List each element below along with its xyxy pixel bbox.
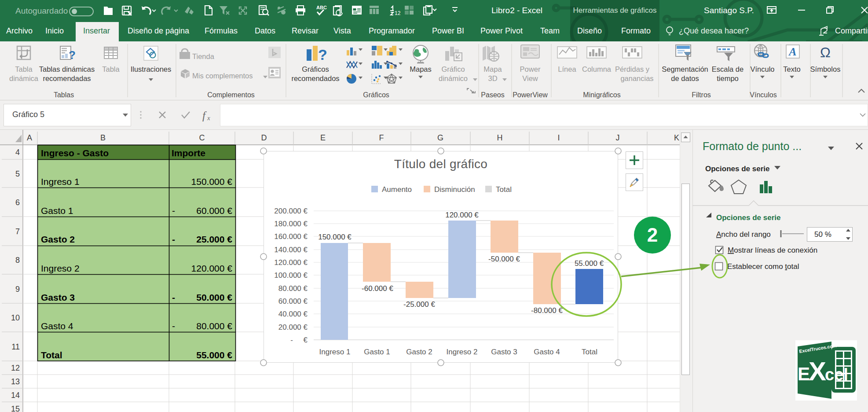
svg-text:8: 8 xyxy=(15,256,20,265)
svg-text:Ingreso - Gasto: Ingreso - Gasto xyxy=(41,148,109,158)
svg-text:7: 7 xyxy=(15,227,20,236)
svg-text:Tienda: Tienda xyxy=(192,52,215,60)
svg-text:Gasto 4: Gasto 4 xyxy=(41,321,73,331)
svg-text:3D: 3D xyxy=(488,74,497,82)
svg-text:ganancias: ganancias xyxy=(620,74,653,82)
svg-text:recomendadas: recomendadas xyxy=(43,74,91,82)
svg-text:Disminución: Disminución xyxy=(434,185,475,194)
svg-text:Aumento: Aumento xyxy=(382,185,412,194)
svg-text:Mostrar líneas de conexión: Mostrar líneas de conexión xyxy=(728,246,817,254)
svg-text:Columna: Columna xyxy=(582,65,612,73)
svg-text:-80.000 €: -80.000 € xyxy=(531,306,563,315)
svg-text:C: C xyxy=(199,133,205,142)
svg-text:View: View xyxy=(522,74,538,82)
svg-text:E: E xyxy=(320,133,326,142)
svg-text:Opciones de serie: Opciones de serie xyxy=(705,165,769,173)
svg-text:-50.000 €: -50.000 € xyxy=(488,255,520,263)
svg-text:Gasto 3: Gasto 3 xyxy=(491,348,517,356)
svg-text:80.000 €: 80.000 € xyxy=(196,321,232,331)
svg-text:Importe: Importe xyxy=(172,148,205,158)
svg-text:J: J xyxy=(616,133,620,142)
svg-text:50 %: 50 % xyxy=(814,230,831,239)
svg-text:120.000 €: 120.000 € xyxy=(274,258,308,267)
svg-text:Tablas dinámicas: Tablas dinámicas xyxy=(39,65,95,73)
svg-text:-60.000 €: -60.000 € xyxy=(362,284,393,293)
svg-text:Ingreso 1: Ingreso 1 xyxy=(319,348,351,356)
svg-text:200.000 €: 200.000 € xyxy=(274,207,308,215)
svg-text:4: 4 xyxy=(15,148,20,157)
svg-text:?: ? xyxy=(69,48,76,62)
svg-text:Texto: Texto xyxy=(783,65,800,73)
svg-text:10: 10 xyxy=(11,313,20,322)
svg-text:K: K xyxy=(674,133,679,142)
svg-text:Gasto 1: Gasto 1 xyxy=(364,348,390,356)
svg-text:11: 11 xyxy=(11,342,20,351)
svg-text:Gasto 3: Gasto 3 xyxy=(41,292,75,302)
svg-text:55.000 €: 55.000 € xyxy=(196,350,232,360)
svg-text:Línea: Línea xyxy=(558,65,576,73)
svg-text:dinámica: dinámica xyxy=(9,74,39,82)
svg-text:Tabla: Tabla xyxy=(102,65,120,73)
svg-text:f: f xyxy=(202,110,207,121)
svg-text:ABC: ABC xyxy=(316,5,327,10)
svg-text:Gráficos: Gráficos xyxy=(363,91,389,99)
svg-text:15: 15 xyxy=(11,405,20,412)
svg-text:H: H xyxy=(497,133,503,142)
svg-text:Complementos: Complementos xyxy=(207,91,255,99)
svg-text:- €: - € xyxy=(290,336,308,344)
svg-text:Paseos: Paseos xyxy=(481,91,504,99)
svg-text:5: 5 xyxy=(15,169,20,178)
svg-text:B: B xyxy=(100,133,106,142)
svg-text:Total: Total xyxy=(496,185,512,194)
svg-text:12: 12 xyxy=(395,10,401,16)
svg-text:Mapas: Mapas xyxy=(410,65,432,73)
svg-text:Filtros: Filtros xyxy=(692,91,711,99)
svg-text:A: A xyxy=(788,45,796,58)
svg-text:PowerView: PowerView xyxy=(513,91,548,99)
svg-text:Gráfico: Gráfico xyxy=(441,65,465,73)
svg-text:80.000 €: 80.000 € xyxy=(278,284,308,293)
svg-text:Minigráficos: Minigráficos xyxy=(583,91,620,99)
svg-text:Título del gráfico: Título del gráfico xyxy=(394,157,487,171)
svg-text:40.000 €: 40.000 € xyxy=(278,310,308,318)
svg-text:150.000 €: 150.000 € xyxy=(191,177,233,187)
svg-text:-25.000 €: -25.000 € xyxy=(403,300,435,309)
svg-text:de datos: de datos xyxy=(671,74,699,82)
svg-text:20.000 €: 20.000 € xyxy=(278,323,308,331)
svg-text:12: 12 xyxy=(11,364,20,372)
svg-text:Total: Total xyxy=(582,348,597,356)
svg-text:60.000 €: 60.000 € xyxy=(278,297,308,305)
svg-text:Mis complementos: Mis complementos xyxy=(192,72,253,80)
svg-text:14: 14 xyxy=(11,391,20,400)
svg-text:Ilustraciones: Ilustraciones xyxy=(131,65,172,73)
svg-text:6: 6 xyxy=(15,198,20,207)
svg-text:9: 9 xyxy=(15,285,20,294)
svg-text:Símbolos: Símbolos xyxy=(810,65,841,73)
svg-text:120.000 €: 120.000 € xyxy=(445,211,479,219)
svg-text:150.000 €: 150.000 € xyxy=(318,233,352,241)
svg-text:Opciones de serie: Opciones de serie xyxy=(716,213,780,222)
svg-text:-: - xyxy=(172,292,175,302)
svg-text:Ω: Ω xyxy=(820,44,831,60)
svg-text:50.000 €: 50.000 € xyxy=(196,292,232,302)
svg-text:recomendados: recomendados xyxy=(291,74,339,82)
svg-text:tiempo: tiempo xyxy=(717,74,739,82)
svg-text:A: A xyxy=(27,133,32,142)
svg-text:Ingreso 2: Ingreso 2 xyxy=(447,348,478,356)
svg-text:x: x xyxy=(207,114,210,121)
svg-text:120.000 €: 120.000 € xyxy=(191,263,233,273)
svg-text:Gasto 1: Gasto 1 xyxy=(41,206,73,216)
svg-text:dinámico: dinámico xyxy=(439,74,468,82)
svg-text:180.000 €: 180.000 € xyxy=(274,220,308,228)
svg-text:Ancho del rango: Ancho del rango xyxy=(716,230,771,239)
svg-text:-: - xyxy=(172,234,175,244)
svg-text:60.000 €: 60.000 € xyxy=(196,206,232,216)
svg-text:Total: Total xyxy=(41,350,62,360)
svg-text:D: D xyxy=(261,133,267,142)
svg-text:140.000 €: 140.000 € xyxy=(274,246,308,254)
svg-text:Vínculo: Vínculo xyxy=(750,65,774,73)
svg-text:Gráficos: Gráficos xyxy=(302,65,329,73)
svg-text:160.000 €: 160.000 € xyxy=(274,232,308,241)
svg-text:Ingreso 2: Ingreso 2 xyxy=(41,263,80,273)
svg-text:-: - xyxy=(172,206,175,216)
